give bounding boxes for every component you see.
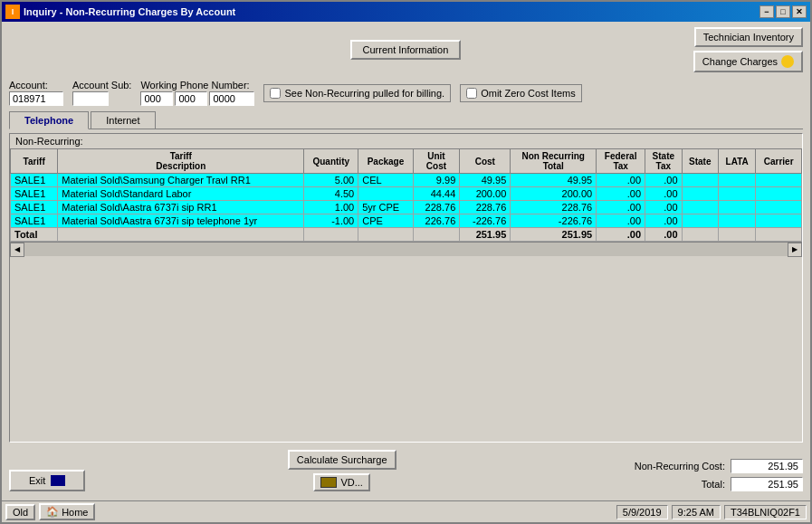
home-button[interactable]: 🏠 Home	[39, 503, 95, 520]
scroll-left-arrow[interactable]: ◀	[10, 243, 24, 257]
bottom-area: Exit Calculate Surcharge VD... Non-Recur…	[9, 446, 803, 495]
cell-tariff: SALE1	[11, 174, 58, 187]
technician-inventory-button[interactable]: Technician Inventory	[694, 27, 803, 47]
vd-button[interactable]: VD...	[313, 473, 369, 491]
cell-description: Material Sold\Aastra 6737i sip RR1	[58, 201, 304, 214]
old-button[interactable]: Old	[5, 504, 35, 520]
scroll-track[interactable]	[24, 243, 788, 256]
phone-input-2[interactable]	[175, 91, 207, 106]
cell-federal-tax: .00	[597, 214, 645, 228]
vd-icon	[320, 477, 337, 488]
cell-tariff: SALE1	[11, 187, 58, 201]
cell-nr-total: 49.95	[511, 174, 597, 187]
cell-description: Material Sold\Aastra 6737i sip telephone…	[58, 214, 304, 228]
account-label: Account:	[9, 80, 63, 91]
exit-icon	[51, 475, 65, 486]
cell-description: Material Sold\Samsung Charger Travl RR1	[58, 174, 304, 187]
total-nr: 251.95	[511, 228, 597, 242]
maximize-button[interactable]: □	[776, 5, 790, 18]
total-fed: .00	[597, 228, 645, 242]
phone-inputs	[140, 91, 254, 106]
cell-federal-tax: .00	[597, 174, 645, 187]
cell-cost: 200.00	[460, 187, 511, 201]
account-sub-input[interactable]	[72, 91, 109, 106]
cell-unit-cost: 226.76	[413, 214, 460, 228]
current-information-button[interactable]: Current Information	[350, 40, 462, 60]
app-icon: I	[5, 5, 20, 19]
phone-label: Working Phone Number:	[140, 80, 254, 91]
cell-federal-tax: .00	[597, 187, 645, 201]
cell-unit-cost: 44.44	[413, 187, 460, 201]
bottom-left: Exit	[9, 470, 85, 491]
non-recurring-checkbox-label: See Non-Recurring pulled for billing.	[284, 88, 444, 99]
status-date: 5/9/2019	[616, 505, 668, 519]
close-button[interactable]: ✕	[792, 5, 807, 18]
col-state: State	[682, 149, 718, 174]
window-title: Inquiry - Non-Recurring Charges By Accou…	[24, 6, 235, 17]
table-container: Non-Recurring: Tariff TariffDescription …	[9, 133, 803, 443]
col-package: Package	[358, 149, 413, 174]
cell-quantity: 4.50	[304, 187, 358, 201]
cell-unit-cost: 9.99	[413, 174, 460, 187]
content-area: Current Information Technician Inventory…	[2, 22, 810, 500]
top-bar: Current Information Technician Inventory…	[9, 27, 803, 72]
col-tariff: Tariff	[11, 149, 58, 174]
col-cost: Cost	[460, 149, 511, 174]
cell-carrier	[756, 187, 802, 201]
total-carrier	[756, 228, 802, 242]
total-qty	[304, 228, 358, 242]
cell-tariff: SALE1	[11, 214, 58, 228]
exit-label: Exit	[29, 475, 45, 486]
cell-carrier	[756, 201, 802, 214]
form-row: Account: Account Sub: Working Phone Numb…	[9, 80, 803, 106]
cell-quantity: -1.00	[304, 214, 358, 228]
scroll-right-arrow[interactable]: ▶	[788, 243, 802, 257]
tab-telephone[interactable]: Telephone	[9, 111, 89, 129]
table-row: SALE1 Material Sold\Samsung Charger Trav…	[11, 174, 802, 187]
total-unit	[413, 228, 460, 242]
table-row: SALE1 Material Sold\Standard Labor 4.50 …	[11, 187, 802, 201]
phone-input-3[interactable]	[209, 91, 254, 106]
col-unit-cost: UnitCost	[413, 149, 460, 174]
data-table: Tariff TariffDescription Quantity Packag…	[10, 148, 802, 242]
minimize-button[interactable]: −	[759, 5, 774, 18]
total-pkg	[358, 228, 413, 242]
cell-lata	[719, 214, 756, 228]
cell-nr-total: -226.76	[511, 214, 597, 228]
cell-carrier	[756, 174, 802, 187]
vd-label: VD...	[340, 477, 362, 488]
cell-unit-cost: 228.76	[413, 201, 460, 214]
col-carrier: Carrier	[756, 149, 802, 174]
change-charges-button[interactable]: Change Charges	[693, 51, 803, 72]
omit-zero-checkbox[interactable]	[466, 88, 477, 99]
cell-cost: -226.76	[460, 214, 511, 228]
non-recurring-checkbox[interactable]	[270, 88, 281, 99]
calculate-surcharge-button[interactable]: Calculate Surcharge	[288, 450, 396, 470]
status-code: T34BLNIQ02F1	[724, 505, 807, 519]
cell-quantity: 5.00	[304, 174, 358, 187]
cell-package: CEL	[358, 174, 413, 187]
cell-tariff: SALE1	[11, 201, 58, 214]
cell-nr-total: 228.76	[511, 201, 597, 214]
cell-lata	[719, 174, 756, 187]
cell-package	[358, 187, 413, 201]
phone-input-1[interactable]	[140, 91, 173, 106]
center-top: Current Information	[118, 40, 693, 60]
tab-internet[interactable]: Internet	[91, 111, 155, 129]
title-buttons: − □ ✕	[759, 5, 807, 18]
phone-field-group: Working Phone Number:	[140, 80, 254, 106]
col-nr-total: Non RecurringTotal	[511, 149, 597, 174]
table-scroll[interactable]: Tariff TariffDescription Quantity Packag…	[10, 148, 802, 242]
non-recurring-checkbox-group: See Non-Recurring pulled for billing.	[263, 84, 451, 102]
exit-button[interactable]: Exit	[9, 470, 85, 491]
cell-state-tax: .00	[645, 201, 682, 214]
cell-quantity: 1.00	[304, 201, 358, 214]
account-input[interactable]	[9, 91, 63, 106]
total-label: Total	[11, 228, 58, 242]
total-value	[731, 477, 803, 491]
cell-nr-total: 200.00	[511, 187, 597, 201]
cell-cost: 228.76	[460, 201, 511, 214]
col-description: TariffDescription	[58, 149, 304, 174]
bottom-right: Non-Recurring Cost: Total:	[598, 459, 803, 491]
title-bar: I Inquiry - Non-Recurring Charges By Acc…	[2, 2, 810, 22]
